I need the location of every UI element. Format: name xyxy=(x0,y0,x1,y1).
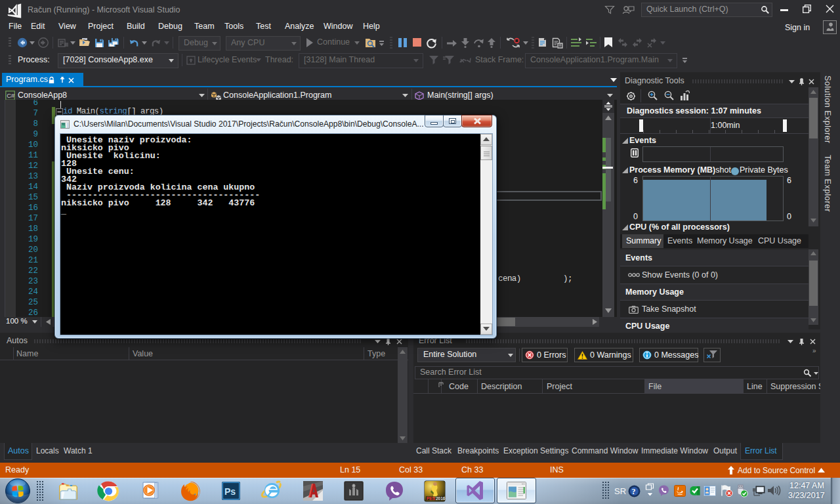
svg-text:2016: 2016 xyxy=(436,496,446,501)
svg-text:?: ? xyxy=(632,487,636,496)
svg-text:C#: C# xyxy=(7,92,15,99)
svg-text:PES: PES xyxy=(427,496,436,501)
svg-text:Ps: Ps xyxy=(224,486,236,497)
